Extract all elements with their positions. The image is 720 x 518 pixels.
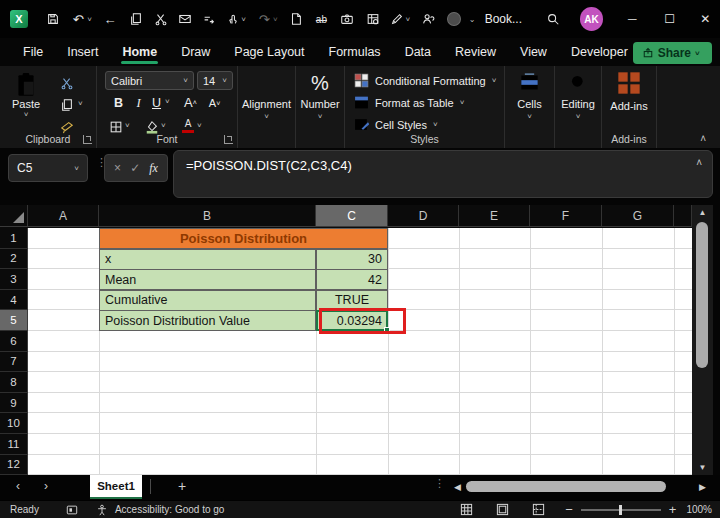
cell-c3-value[interactable]: 42 [316,269,388,290]
row-header-3[interactable]: 3 [0,269,28,290]
copy-icon[interactable] [127,10,145,28]
back-arrow-icon[interactable]: ← [101,10,119,28]
column-header-e[interactable]: E [459,205,530,226]
cut-icon[interactable] [58,74,76,92]
close-button[interactable]: ✕ [690,0,720,38]
new-file-icon[interactable] [287,10,305,28]
font-size-select[interactable]: 14˅ [197,71,233,90]
strikethrough-icon[interactable]: ab [313,10,331,28]
macro-record-icon[interactable] [61,502,83,517]
share-button[interactable]: Share ˅ [633,42,712,64]
copy-icon[interactable] [58,96,76,114]
group-alignment[interactable]: Alignment ˅ [238,66,296,148]
prev-sheet-icon[interactable]: ‹ [16,479,20,493]
row-header-4[interactable]: 4 [0,290,28,311]
zoom-slider[interactable] [581,509,661,511]
cell-b3-label[interactable]: Mean [99,269,316,290]
zoom-in-button[interactable]: + [669,502,677,517]
column-header-a[interactable]: A [28,205,99,226]
tab-developer[interactable]: Developer [560,40,639,65]
minimize-button[interactable]: ─ [617,0,647,38]
fill-color-dropdown-icon[interactable]: ˅ [161,121,166,130]
row-header-6[interactable]: 6 [0,331,28,352]
account-avatar[interactable]: AK [580,7,604,31]
cell-styles-button[interactable]: Cell Styles˅ [345,114,438,135]
normal-view-icon[interactable] [455,502,477,517]
select-all-corner[interactable] [0,205,28,226]
copy-dropdown-icon[interactable]: ˅ [78,99,83,108]
formula-bar[interactable]: =POISSON.DIST(C2,C3,C4) ˄ [173,150,713,198]
add-sheet-button[interactable]: + [178,478,186,494]
draft-pen-dropdown-icon[interactable]: ˅ [405,15,413,24]
cut-icon[interactable] [152,10,170,28]
column-header-c[interactable]: C [316,205,388,226]
accessibility-icon[interactable] [91,502,113,517]
row-header-7[interactable]: 7 [0,352,28,373]
group-editing[interactable]: Editing ˅ [555,66,602,148]
search-icon[interactable] [544,10,562,28]
collapse-formula-bar-icon[interactable]: ˄ [696,157,702,168]
zoom-out-button[interactable]: − [565,502,573,517]
tab-home[interactable]: Home [111,40,168,65]
tab-draw[interactable]: Draw [170,40,221,65]
enter-formula-icon[interactable]: ✓ [130,161,140,175]
tab-view[interactable]: View [509,40,558,65]
tab-insert[interactable]: Insert [56,40,109,65]
row-header-11[interactable]: 11 [0,434,28,455]
tab-page-layout[interactable]: Page Layout [223,40,315,65]
row-header-5[interactable]: 5 [0,310,28,331]
paste-button[interactable]: Paste ˅ [12,72,40,119]
accessibility-status[interactable]: Accessibility: Good to go [115,504,225,515]
horizontal-scrollbar-thumb[interactable] [466,481,666,492]
tab-review[interactable]: Review [444,40,507,65]
zoom-slider-thumb[interactable] [619,505,622,515]
redo-dropdown-icon[interactable]: ˅ [273,15,281,24]
insert-function-icon[interactable]: fx [149,161,158,176]
tab-file[interactable]: File [12,40,54,65]
tab-data[interactable]: Data [394,40,442,65]
column-header-b[interactable]: B [99,205,316,226]
grow-font-button[interactable]: A˄ [181,93,200,111]
column-header-g[interactable]: G [602,205,674,226]
page-break-view-icon[interactable] [527,502,549,517]
borders-dropdown-icon[interactable]: ˅ [125,121,130,130]
camera-icon[interactable] [338,10,356,28]
cell-b2-label[interactable]: x [99,249,316,270]
cancel-formula-icon[interactable]: × [114,161,121,175]
format-as-table-button[interactable]: Format as Table˅ [345,92,464,113]
next-sheet-icon[interactable]: › [44,479,48,493]
group-number[interactable]: % Number ˅ [296,66,345,148]
row-header-9[interactable]: 9 [0,393,28,414]
zoom-level[interactable]: 100% [686,504,712,515]
table-properties-icon[interactable] [364,10,382,28]
scroll-down-icon[interactable]: ▼ [692,463,713,472]
cell-b5-label[interactable]: Poisson Distribution Value [99,310,316,331]
cell-b1-table-title[interactable]: Poisson Distribution [99,228,388,249]
row-header-1[interactable]: 1 [0,228,28,249]
row-header-2[interactable]: 2 [0,249,28,270]
row-header-10[interactable]: 10 [0,413,28,434]
page-layout-view-icon[interactable] [491,502,513,517]
bold-button[interactable]: B [109,94,128,112]
qat-overflow-icon[interactable]: ⌄ [469,15,477,24]
underline-dropdown-icon[interactable]: ˅ [165,97,170,106]
column-header-d[interactable]: D [388,205,459,226]
shrink-font-button[interactable]: A˅ [205,94,224,112]
email-icon[interactable] [176,10,194,28]
vertical-scrollbar-thumb[interactable] [696,222,708,368]
horizontal-scrollbar[interactable]: ◀ ▶ [452,479,708,495]
sheet-tab-sheet1[interactable]: Sheet1 [90,475,142,499]
save-icon[interactable] [44,10,62,28]
cell-c2-value[interactable]: 30 [316,249,388,270]
scroll-right-icon[interactable]: ▶ [699,482,706,492]
touch-mode-icon[interactable] [224,10,242,28]
clipboard-dialog-launcher-icon[interactable] [83,135,92,144]
font-name-select[interactable]: Calibri˅ [105,71,194,90]
italic-button[interactable]: I [129,94,148,112]
vertical-scrollbar[interactable]: ▲ ▼ [692,205,713,475]
name-box[interactable]: C5 ˅ [8,154,88,182]
row-header-12[interactable]: 12 [0,455,28,476]
draft-pen-icon[interactable] [388,10,406,28]
undo-icon[interactable]: ↶ [69,10,87,28]
tab-formulas[interactable]: Formulas [318,40,392,65]
